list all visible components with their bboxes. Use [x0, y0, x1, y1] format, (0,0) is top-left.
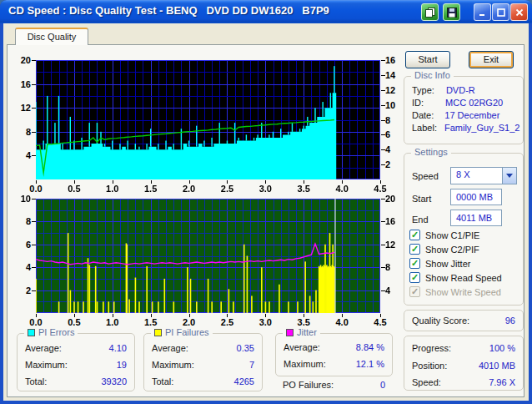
axis-tick-mark [74, 314, 75, 317]
close-button[interactable] [510, 3, 528, 21]
checkbox: ✓ [409, 230, 420, 240]
maximize-button[interactable] [492, 3, 509, 21]
axis-tick-mark [381, 221, 385, 222]
axis-tick-label: 1.0 [102, 317, 123, 327]
window-title: CD Speed : Disc Quality Test - BENQ DVD … [8, 4, 329, 17]
pi-failures-caption: PI Failures [151, 327, 213, 337]
check-icon: ✓ [411, 287, 419, 296]
axis-tick-mark [36, 180, 37, 184]
axis-tick-label: 8 [385, 262, 402, 272]
axis-tick-label: 4 [9, 150, 31, 160]
axis-tick-mark [265, 180, 266, 184]
speed-stat-value: 7.96 X [489, 377, 515, 387]
checkbox-show-read-speed[interactable]: ✓ Show Read Speed [409, 272, 502, 283]
axis-tick-mark [113, 180, 113, 184]
axis-tick-mark [381, 164, 385, 165]
axis-tick-mark [151, 180, 152, 184]
save-icon [446, 7, 458, 18]
tab-label: Disc Quality [28, 32, 77, 42]
axis-tick-mark [381, 75, 385, 76]
checkbox: ✓ [409, 272, 420, 283]
jitter-caption: Jitter [283, 327, 320, 337]
pi-errors-total: 39320 [101, 376, 127, 386]
speed-select[interactable]: 8 X [450, 167, 517, 184]
pi-errors-average: 4.10 [109, 343, 127, 353]
axis-tick-label: 4 [385, 144, 402, 154]
quality-score-group: Quality Score: 96 [404, 310, 524, 331]
checkbox-show-jitter[interactable]: ✓ Show Jitter [409, 258, 470, 269]
axis-tick-mark [381, 267, 385, 268]
app-window: CD Speed : Disc Quality Test - BENQ DVD … [0, 0, 532, 404]
close-icon [514, 8, 524, 18]
axis-tick-mark [113, 314, 113, 317]
axis-tick-label: 12 [385, 240, 402, 250]
po-failures-row: PO Failures: 0 [283, 380, 385, 390]
copy-icon [424, 7, 436, 18]
checkbox-show-c1-pie[interactable]: ✓ Show C1/PIE [409, 230, 479, 240]
axis-tick-mark [32, 108, 36, 109]
axis-tick-label: 20 [9, 55, 31, 65]
check-icon: ✓ [411, 230, 419, 240]
copy-button[interactable] [421, 3, 439, 21]
disc-date-value: 17 December [444, 110, 499, 120]
save-button[interactable] [443, 3, 460, 21]
axis-tick-mark [381, 105, 385, 106]
start-button[interactable]: Start [405, 51, 450, 68]
axis-tick-label: 10 [385, 100, 402, 110]
axis-tick-mark [227, 314, 228, 317]
quality-score-label: Quality Score: [412, 316, 469, 326]
axis-tick-label: 3.5 [293, 184, 314, 194]
axis-tick-label: 12 [385, 85, 402, 95]
tab-disc-quality[interactable]: Disc Quality [15, 28, 88, 45]
exit-button[interactable]: Exit [469, 51, 514, 68]
check-icon: ✓ [411, 259, 419, 268]
axis-tick-mark [381, 60, 385, 61]
axis-tick-label: 1.5 [140, 317, 162, 327]
axis-tick-mark [32, 267, 36, 268]
pi-failures-maximum: 7 [249, 360, 254, 370]
axis-tick-mark [304, 180, 304, 184]
jitter-group: Jitter Average:8.84 % Maximum:12.1 % [275, 333, 393, 376]
axis-tick-label: 0.5 [63, 184, 85, 194]
axis-tick-label: 12 [9, 103, 31, 113]
axis-tick-label: 16 [385, 55, 402, 65]
axis-tick-mark [304, 314, 304, 317]
axis-tick-label: 8 [385, 115, 402, 125]
axis-tick-label: 3.5 [293, 317, 314, 327]
axis-tick-mark [342, 314, 343, 317]
pi-errors-chart [36, 60, 380, 179]
axis-tick-mark [381, 290, 385, 291]
minimize-button[interactable] [474, 3, 491, 21]
start-mb-input[interactable]: 0000 MB [450, 189, 502, 205]
pi-failures-group: PI Failures Average:0.35 Maximum:7 Total… [143, 333, 263, 391]
pi-errors-group: PI Errors Average:4.10 Maximum:19 Total:… [17, 333, 135, 391]
axis-tick-label: 2 [385, 159, 402, 169]
axis-tick-label: 4.5 [369, 317, 391, 327]
speed-stat-label: Speed: [412, 377, 441, 387]
axis-tick-label: 1.5 [140, 184, 162, 194]
progress-group: Progress:100 % Position:4010 MB Speed:7.… [404, 336, 524, 391]
axis-tick-mark [32, 199, 36, 199]
disc-type-label: Type: [412, 85, 434, 95]
speed-dropdown-button[interactable] [502, 168, 516, 184]
check-icon: ✓ [411, 273, 419, 282]
axis-tick-mark [381, 90, 385, 91]
disc-label-label: Label: [412, 123, 437, 133]
end-mb-input[interactable]: 4011 MB [450, 210, 502, 226]
axis-tick-label: 3.0 [254, 317, 276, 327]
axis-tick-label: 4.0 [331, 184, 353, 194]
speed-value: 8 X [456, 169, 470, 179]
axis-tick-mark [265, 314, 266, 317]
chevron-down-icon [506, 174, 513, 178]
axis-tick-mark [381, 149, 385, 150]
position-value: 4010 MB [479, 361, 515, 371]
maximize-icon [496, 8, 506, 18]
position-label: Position: [412, 361, 447, 371]
axis-tick-label: 4 [9, 262, 31, 272]
pi-errors-swatch [28, 329, 35, 336]
title-bar[interactable]: CD Speed : Disc Quality Test - BENQ DVD … [0, 0, 532, 23]
axis-tick-label: 20 [385, 194, 402, 204]
axis-tick-mark [189, 314, 190, 317]
checkbox-show-c2-pif[interactable]: ✓ Show C2/PIF [409, 244, 479, 255]
axis-tick-label: 0.0 [25, 317, 47, 327]
